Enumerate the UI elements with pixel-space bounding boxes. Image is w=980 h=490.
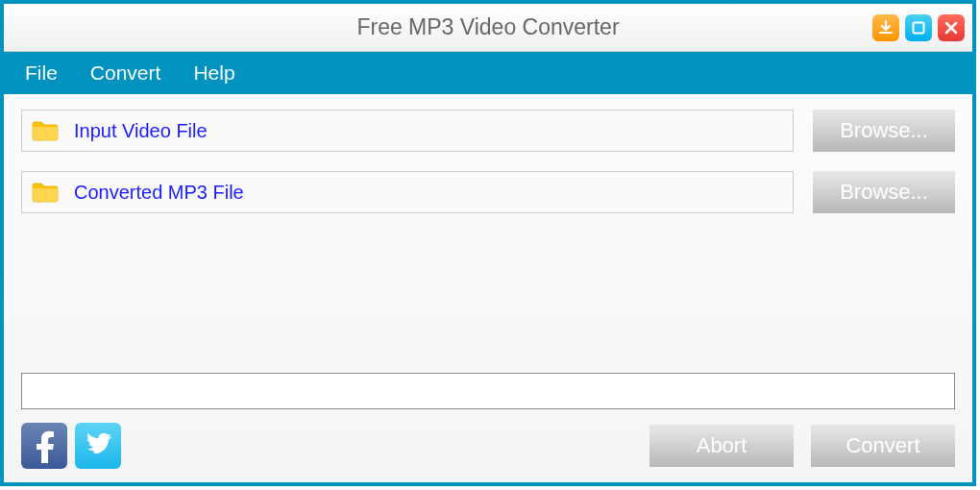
- titlebar: Free MP3 Video Converter: [4, 4, 972, 52]
- twitter-icon[interactable]: [75, 423, 121, 469]
- menubar: File Convert Help: [4, 52, 972, 94]
- output-file-placeholder: Converted MP3 File: [74, 182, 244, 204]
- content-area: Input Video File Browse... Converted MP3…: [4, 94, 972, 482]
- download-icon[interactable]: [872, 14, 899, 41]
- folder-icon: [32, 120, 59, 141]
- progress-bar: [21, 373, 955, 409]
- app-title: Free MP3 Video Converter: [356, 14, 619, 40]
- close-icon[interactable]: [938, 14, 965, 41]
- svg-rect-0: [914, 22, 924, 33]
- browse-output-button[interactable]: Browse...: [813, 171, 955, 213]
- window-controls: [872, 14, 965, 41]
- menu-help[interactable]: Help: [193, 61, 234, 85]
- progress-row: [21, 373, 955, 409]
- menu-convert[interactable]: Convert: [90, 61, 161, 85]
- menu-file[interactable]: File: [25, 61, 58, 85]
- app-window: Free MP3 Video Converter File Convert He…: [0, 0, 976, 486]
- abort-button[interactable]: Abort: [649, 425, 794, 467]
- input-file-placeholder: Input Video File: [74, 120, 208, 142]
- output-file-row: Converted MP3 File Browse...: [21, 171, 955, 213]
- social-buttons: [21, 423, 121, 469]
- input-file-field[interactable]: Input Video File: [21, 110, 794, 152]
- folder-icon: [32, 182, 59, 203]
- convert-button[interactable]: Convert: [811, 425, 955, 467]
- facebook-icon[interactable]: [21, 423, 67, 469]
- action-buttons: Abort Convert: [649, 425, 955, 467]
- footer: Abort Convert: [21, 423, 955, 469]
- output-file-field[interactable]: Converted MP3 File: [21, 171, 794, 213]
- input-file-row: Input Video File Browse...: [21, 110, 955, 152]
- browse-input-button[interactable]: Browse...: [813, 110, 955, 152]
- maximize-icon[interactable]: [905, 14, 932, 41]
